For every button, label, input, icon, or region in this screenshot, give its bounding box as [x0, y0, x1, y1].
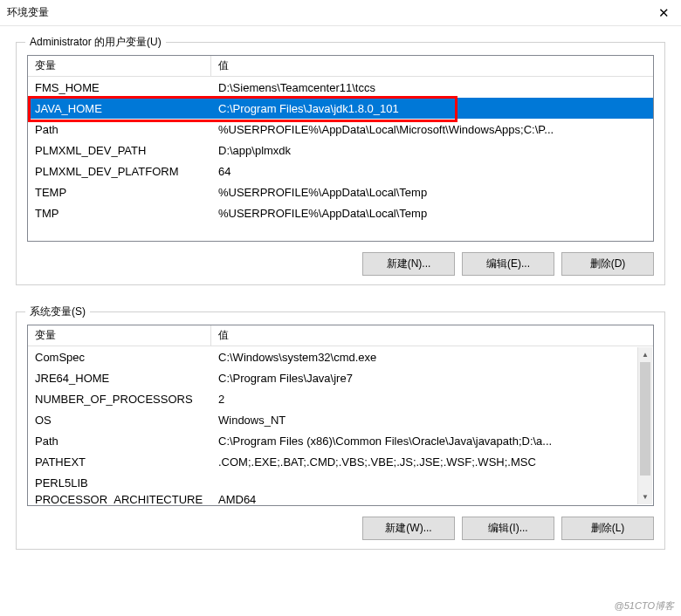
user-vars-header: 变量 值 [28, 56, 653, 77]
table-row[interactable]: JAVA_HOMEC:\Program Files\Java\jdk1.8.0_… [28, 98, 653, 119]
header-variable[interactable]: 变量 [28, 325, 211, 346]
var-name: JAVA_HOME [28, 102, 211, 115]
var-value: C:\Program Files\Java\jre7 [211, 372, 638, 385]
scrollbar[interactable]: ▲ ▼ [637, 347, 652, 504]
table-row[interactable]: JRE64_HOMEC:\Program Files\Java\jre7 [28, 367, 638, 388]
table-row[interactable]: PERL5LIB [28, 472, 638, 493]
header-value[interactable]: 值 [211, 325, 653, 346]
scroll-thumb[interactable] [640, 362, 650, 476]
var-value: D:\Siemens\Teamcenter11\tccs [211, 81, 653, 94]
var-name: OS [28, 414, 211, 427]
edit-sys-button[interactable]: 编辑(I)... [462, 517, 554, 540]
sys-button-row: 新建(W)... 编辑(I)... 删除(L) [27, 517, 654, 540]
table-row[interactable]: ComSpecC:\Windows\system32\cmd.exe [28, 346, 638, 367]
sys-vars-body: ComSpecC:\Windows\system32\cmd.exeJRE64_… [28, 346, 653, 505]
window-title: 环境变量 [7, 5, 49, 20]
watermark: @51CTO博客 [615, 599, 674, 613]
var-name: PROCESSOR_ARCHITECTURE [28, 493, 211, 505]
table-row[interactable]: PLMXML_DEV_PATHD:\app\plmxdk [28, 140, 653, 161]
table-row[interactable]: TEMP%USERPROFILE%\AppData\Local\Temp [28, 181, 653, 202]
var-value: C:\Program Files (x86)\Common Files\Orac… [211, 435, 638, 448]
var-name: FMS_HOME [28, 81, 211, 94]
edit-user-button[interactable]: 编辑(E)... [462, 252, 554, 276]
var-name: PERL5LIB [28, 476, 211, 489]
header-value[interactable]: 值 [211, 56, 653, 76]
scroll-down-icon[interactable]: ▼ [638, 489, 652, 504]
user-button-row: 新建(N)... 编辑(E)... 删除(D) [27, 252, 654, 276]
var-name: Path [28, 123, 211, 136]
table-row[interactable]: TMP%USERPROFILE%\AppData\Local\Temp [28, 202, 653, 223]
var-name: JRE64_HOME [28, 372, 211, 385]
var-value: 2 [211, 393, 638, 406]
table-row[interactable]: Path%USERPROFILE%\AppData\Local\Microsof… [28, 119, 653, 140]
var-value: D:\app\plmxdk [211, 144, 653, 157]
user-vars-body: FMS_HOMED:\Siemens\Teamcenter11\tccsJAVA… [28, 77, 653, 241]
var-name: TMP [28, 207, 211, 220]
var-value: C:\Program Files\Java\jdk1.8.0_101 [211, 102, 653, 115]
dialog-content: Administrator 的用户变量(U) 变量 值 FMS_HOMED:\S… [0, 26, 681, 585]
var-value: Windows_NT [211, 414, 638, 427]
var-name: PLMXML_DEV_PATH [28, 144, 211, 157]
var-value: %USERPROFILE%\AppData\Local\Microsoft\Wi… [211, 123, 653, 136]
table-row[interactable]: OSWindows_NT [28, 409, 638, 430]
delete-sys-button[interactable]: 删除(L) [561, 517, 654, 540]
delete-user-button[interactable]: 删除(D) [561, 252, 654, 276]
var-value: %USERPROFILE%\AppData\Local\Temp [211, 207, 653, 220]
user-vars-table[interactable]: 变量 值 FMS_HOMED:\Siemens\Teamcenter11\tcc… [27, 55, 654, 242]
table-row[interactable]: PLMXML_DEV_PLATFORM64 [28, 161, 653, 181]
table-row[interactable]: NUMBER_OF_PROCESSORS2 [28, 388, 638, 409]
var-value: %USERPROFILE%\AppData\Local\Temp [211, 186, 653, 199]
table-row[interactable]: FMS_HOMED:\Siemens\Teamcenter11\tccs [28, 77, 653, 98]
var-name: Path [28, 435, 211, 448]
table-row[interactable]: PathC:\Program Files (x86)\Common Files\… [28, 430, 638, 451]
new-user-button[interactable]: 新建(N)... [362, 252, 455, 276]
system-variables-group: 系统变量(S) 变量 值 ComSpecC:\Windows\system32\… [16, 311, 665, 550]
sys-vars-header: 变量 值 [28, 325, 653, 346]
header-variable[interactable]: 变量 [28, 56, 211, 76]
var-name: NUMBER_OF_PROCESSORS [28, 393, 211, 406]
var-value: 64 [211, 165, 653, 178]
table-row[interactable]: PATHEXT.COM;.EXE;.BAT;.CMD;.VBS;.VBE;.JS… [28, 451, 638, 472]
user-vars-label: Administrator 的用户变量(U) [25, 35, 166, 50]
sys-vars-label: 系统变量(S) [25, 305, 90, 319]
var-name: PATHEXT [28, 455, 211, 469]
title-bar: 环境变量 ✕ [0, 0, 681, 26]
user-variables-group: Administrator 的用户变量(U) 变量 值 FMS_HOMED:\S… [16, 42, 665, 285]
new-sys-button[interactable]: 新建(W)... [362, 517, 455, 540]
sys-vars-table[interactable]: 变量 值 ComSpecC:\Windows\system32\cmd.exeJ… [27, 325, 654, 506]
table-row[interactable]: PROCESSOR_ARCHITECTUREAMD64 [28, 493, 638, 505]
var-name: ComSpec [28, 351, 211, 364]
var-value: C:\Windows\system32\cmd.exe [211, 351, 638, 364]
var-value: .COM;.EXE;.BAT;.CMD;.VBS;.VBE;.JS;.JSE;.… [211, 455, 638, 469]
var-name: PLMXML_DEV_PLATFORM [28, 165, 211, 178]
var-name: TEMP [28, 186, 211, 199]
var-value: AMD64 [211, 493, 638, 505]
scroll-up-icon[interactable]: ▲ [638, 347, 652, 362]
close-icon[interactable]: ✕ [653, 5, 674, 21]
